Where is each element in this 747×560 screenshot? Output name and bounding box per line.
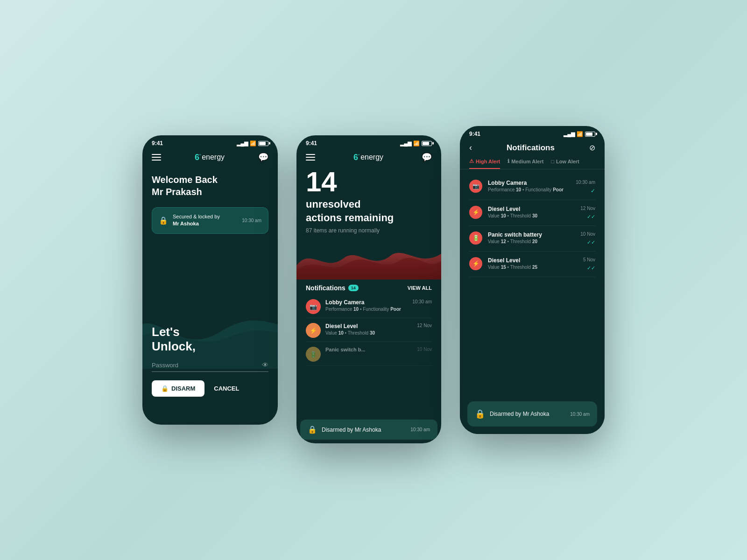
tab-low-alert[interactable]: □ Low Alert xyxy=(551,158,579,169)
high-alert-icon: ⚠ xyxy=(469,158,474,164)
disarmed-lock-icon: 🔒 xyxy=(308,425,317,434)
logo-word: energy xyxy=(202,153,225,161)
eye-icon[interactable]: 👁 xyxy=(262,361,268,369)
status-bar-1: 9:41 ▂▄▆ 📶 xyxy=(142,135,278,148)
menu-icon[interactable] xyxy=(152,154,161,161)
notif3-panic-info: Panic switch battery Value 12 • Threshol… xyxy=(488,231,542,244)
low-alert-label: Low Alert xyxy=(556,159,579,164)
notif3-diesel2-time: 5 Nov xyxy=(583,257,595,262)
disarmed-time: 10:30 am xyxy=(410,427,430,432)
password-input-row: Password 👁 xyxy=(152,361,268,372)
disarmed-text: Disarmed by Mr Ashoka xyxy=(322,427,381,433)
page-title: Notifications xyxy=(507,143,555,153)
notif3-diesel2[interactable]: ⚡ Diesel Level Value 15 • Threshold 25 5… xyxy=(469,252,595,277)
status-bar-3: 9:41 ▂▄▆ 📶 xyxy=(460,126,605,139)
wifi-icon-3: 📶 xyxy=(577,131,583,137)
double-check-panic: ✓✓ xyxy=(587,239,595,245)
phone1-screen: 6° energy 💬 Welcome Back Mr Prakash 🔒 Se… xyxy=(142,148,278,425)
check-icon-lobby: ✓ xyxy=(591,188,595,194)
status-icons-2: ▂▄▆ 📶 xyxy=(400,140,432,147)
unlock-title: Let's Unlock, xyxy=(152,325,268,354)
signal-icon: ▂▄▆ xyxy=(237,140,248,147)
chat-icon-2[interactable]: 💬 xyxy=(422,152,432,162)
status-icons-3: ▂▄▆ 📶 xyxy=(564,131,595,137)
medium-alert-label: Medium Alert xyxy=(511,159,543,164)
chat-icon[interactable]: 💬 xyxy=(258,152,268,162)
battery-icon-2 xyxy=(422,141,432,146)
notif-item-diesel[interactable]: ⚡ Diesel Level Value 10 • Threshold 30 1… xyxy=(306,319,432,342)
phone3-screen: ‹ Notifications ⊘ ⚠ High Alert ℹ Medium … xyxy=(460,139,605,434)
diesel-info: Diesel Level Value 10 • Threshold 30 xyxy=(325,323,412,336)
diesel-icon: ⚡ xyxy=(306,323,321,338)
wifi-icon: 📶 xyxy=(250,140,256,147)
notif3-lobby-time: 10:30 am xyxy=(576,180,595,185)
high-alert-label: High Alert xyxy=(476,159,500,164)
disarm-button[interactable]: 🔒 DISARM xyxy=(152,380,204,397)
signal-icon-2: ▂▄▆ xyxy=(400,140,411,147)
phone2-screen: 6° energy 💬 14 unresolved actions remain… xyxy=(296,148,441,443)
time-1: 9:41 xyxy=(152,140,163,147)
lobby-camera-time: 10:30 am xyxy=(412,299,432,304)
menu-icon-2[interactable] xyxy=(306,154,315,161)
disarmed-banner-2: 🔒 Disarmed by Mr Ashoka 10:30 am xyxy=(300,420,437,440)
welcome-text: Welcome Back Mr Prakash xyxy=(152,174,268,198)
time-2: 9:41 xyxy=(306,140,317,147)
notif3-lobby-icon: 📷 xyxy=(469,180,482,193)
notif-text: Secured & locked byMr Ashoka xyxy=(173,213,220,228)
filter-icon[interactable]: ⊘ xyxy=(589,143,595,152)
panic-icon: 🔋 xyxy=(306,347,321,362)
status-bar-2: 9:41 ▂▄▆ 📶 xyxy=(296,135,441,148)
tab-medium-alert[interactable]: ℹ Medium Alert xyxy=(507,158,543,169)
panic-time: 10 Nov xyxy=(417,347,432,352)
notif3-lobby-right: Lobby Camera Performance 10 • Functional… xyxy=(488,180,595,194)
phone-2: 9:41 ▂▄▆ 📶 6° energy 💬 14 unresolved act… xyxy=(296,135,441,443)
notif3-diesel1-icon: ⚡ xyxy=(469,206,482,219)
notif3-panic[interactable]: 🔋 Panic switch battery Value 12 • Thresh… xyxy=(469,226,595,252)
notif3-diesel1-info: Diesel Level Value 10 • Threshold 30 xyxy=(488,206,537,218)
back-button[interactable]: ‹ xyxy=(469,143,472,153)
tab-high-alert[interactable]: ⚠ High Alert xyxy=(469,158,500,169)
notif-item-lobby[interactable]: 📷 Lobby Camera Performance 10 • Function… xyxy=(306,295,432,318)
time-3: 9:41 xyxy=(469,131,480,137)
notif3-panic-right: Panic switch battery Value 12 • Threshol… xyxy=(488,231,595,245)
double-check-diesel2: ✓✓ xyxy=(587,265,595,271)
phone-1: 9:41 ▂▄▆ 📶 6° energy 💬 Welcome Back Mr P… xyxy=(142,135,278,425)
notif3-diesel1[interactable]: ⚡ Diesel Level Value 10 • Threshold 30 1… xyxy=(469,200,595,226)
view-all-button[interactable]: VIEW ALL xyxy=(408,285,432,291)
phone2-header: 6° energy 💬 xyxy=(296,148,441,168)
lobby-camera-detail: Performance 10 • Functionality Poor xyxy=(325,307,408,312)
status-icons-1: ▂▄▆ 📶 xyxy=(237,140,268,147)
diesel-time: 12 Nov xyxy=(417,323,432,328)
notif-time: 10:30 am xyxy=(242,218,261,223)
notif-count-badge: 14 xyxy=(348,285,359,291)
notif3-lobby-detail: Performance 10 • Functionality Poor xyxy=(488,187,564,192)
alert-tabs: ⚠ High Alert ℹ Medium Alert □ Low Alert xyxy=(460,158,605,169)
phone1-header: 6° energy 💬 xyxy=(142,148,278,168)
notif3-panic-time: 10 Nov xyxy=(580,231,595,237)
notif3-lobby-name: Lobby Camera xyxy=(488,180,564,186)
normal-text: 87 items are running normally xyxy=(296,224,441,234)
notif3-lobby[interactable]: 📷 Lobby Camera Performance 10 • Function… xyxy=(469,174,595,200)
notif3-diesel2-info: Diesel Level Value 15 • Threshold 25 xyxy=(488,257,537,270)
notifications-header: Notifications 14 VIEW ALL xyxy=(296,280,441,295)
notif3-diesel2-meta: 5 Nov ✓✓ xyxy=(583,257,595,271)
notif-section-title: Notifications xyxy=(306,284,345,292)
password-label: Password xyxy=(152,362,262,369)
medium-alert-icon: ℹ xyxy=(507,158,509,164)
logo-2: 6° energy xyxy=(353,153,383,162)
notif3-diesel1-detail: Value 10 • Threshold 30 xyxy=(488,213,537,218)
notif3-diesel2-detail: Value 15 • Threshold 25 xyxy=(488,265,537,270)
notif-left: 🔒 Secured & locked byMr Ashoka xyxy=(159,213,220,228)
notif3-diesel1-right: Diesel Level Value 10 • Threshold 30 12 … xyxy=(488,206,595,220)
cancel-button[interactable]: CANCEL xyxy=(214,385,239,392)
panic-info: Panic switch b... xyxy=(325,347,412,352)
disarmed3-text: Disarmed by Mr Ashoka xyxy=(490,411,549,417)
low-alert-icon: □ xyxy=(551,159,554,164)
disarmed-banner-3: 🔒 Disarmed by Mr Ashoka 10:30 am xyxy=(467,401,597,427)
action-buttons: 🔒 DISARM CANCEL xyxy=(152,380,268,397)
notif3-diesel1-name: Diesel Level xyxy=(488,206,537,212)
panic-name: Panic switch b... xyxy=(325,347,412,352)
welcome-section: Welcome Back Mr Prakash xyxy=(142,168,278,203)
logo-e-2: 6° xyxy=(353,153,359,162)
unlock-section: Let's Unlock, Password 👁 🔒 DISARM CANCEL xyxy=(152,325,268,397)
